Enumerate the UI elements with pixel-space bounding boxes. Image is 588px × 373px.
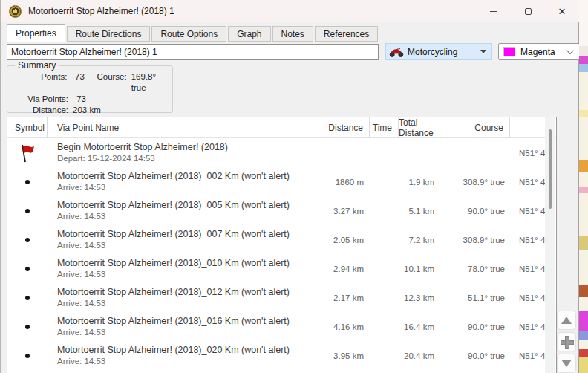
distance-value: 2.94 km: [321, 254, 370, 283]
activity-dropdown-arrow-icon: [480, 50, 486, 53]
via-point-dot-icon: [25, 180, 30, 184]
via-point-dot-icon: [25, 238, 30, 242]
via-point-subtext: Arrive: 14:53: [57, 269, 105, 279]
tab-properties[interactable]: Properties: [7, 24, 65, 42]
time-value: [370, 312, 399, 341]
course-label: Course:: [85, 71, 127, 94]
table-row[interactable]: Motortoerrit Stop Alzheimer! (2018)_005 …: [7, 196, 556, 225]
column-header-course[interactable]: Course: [460, 117, 510, 138]
course-value: 308.9° true: [460, 225, 510, 254]
total-distance-value: 10.1 km: [399, 254, 460, 283]
via-point-name: Motortoerrit Stop Alzheimer! (2018)_005 …: [57, 200, 290, 211]
tab-route-options[interactable]: Route Options: [151, 26, 226, 42]
minimize-icon: [490, 11, 497, 12]
table-row[interactable]: Motortoerrit Stop Alzheimer! (2018)_002 …: [7, 167, 556, 196]
close-button[interactable]: ✕: [545, 0, 579, 22]
via-point-subtext: Arrive: 14:53: [57, 298, 105, 308]
time-value: [370, 196, 399, 225]
via-point-subtext: Depart: 15-12-2024 14:53: [57, 153, 155, 163]
via-point-name: Motortoerrit Stop Alzheimer! (2018)_002 …: [57, 171, 290, 182]
map-color-segment: [579, 331, 588, 340]
scrollbar-thumb[interactable]: [549, 129, 552, 209]
via-point-subtext: Arrive: 14:53: [57, 182, 105, 192]
total-distance-value: 12.3 km: [399, 283, 460, 312]
time-value: [370, 283, 399, 312]
insert-button[interactable]: [557, 332, 576, 351]
distance-value: 2.17 km: [321, 283, 370, 312]
column-header-distance[interactable]: Distance: [321, 117, 370, 138]
table-row[interactable]: Motortoerrit Stop Alzheimer! (2018)_020 …: [7, 341, 556, 370]
color-dropdown-chevron-icon: [566, 47, 574, 54]
distance-value: 4.16 km: [321, 312, 370, 341]
tab-notes[interactable]: Notes: [272, 26, 313, 42]
column-header-via-point-name[interactable]: Via Point Name: [48, 117, 321, 138]
map-color-segment: [579, 187, 588, 193]
total-distance-value: 7.2 km: [399, 225, 460, 254]
total-distance-value: 5.1 km: [399, 196, 460, 225]
course-value: 169.8° true: [131, 71, 172, 94]
maximize-button[interactable]: [511, 0, 545, 22]
map-color-segment: [579, 311, 588, 331]
table-row[interactable]: Begin Motortoerrit Stop Alzheimer! (2018…: [7, 138, 556, 167]
time-value: [370, 254, 399, 283]
table-row[interactable]: Motortoerrit Stop Alzheimer! (2018)_012 …: [7, 283, 556, 312]
route-app-icon: [9, 5, 22, 18]
distance-value: 2.05 km: [321, 225, 370, 254]
motorcycle-icon: [389, 47, 404, 57]
time-value: [370, 225, 399, 254]
triangle-down-icon: [561, 360, 572, 367]
total-distance-value: 16.4 km: [399, 312, 460, 341]
column-header-time[interactable]: Time: [370, 117, 399, 138]
titlebar: Motortoerrit Stop Alzheimer! (2018) 1 ✕: [1, 0, 579, 22]
via-point-name: Motortoerrit Stop Alzheimer! (2018)_012 …: [57, 287, 290, 298]
course-value: 51.1° true: [460, 283, 510, 312]
begin-flag-icon: [19, 143, 36, 163]
time-value: [370, 167, 399, 196]
column-header-symbol[interactable]: Symbol: [7, 117, 48, 138]
map-color-segment: [579, 236, 588, 250]
via-point-subtext: Arrive: 14:53: [57, 240, 105, 250]
total-distance-value: 20.4 km: [399, 341, 460, 370]
map-color-segment: [579, 357, 588, 373]
tab-references[interactable]: References: [315, 26, 378, 42]
via-point-name: Motortoerrit Stop Alzheimer! (2018)_007 …: [57, 229, 290, 240]
move-down-button[interactable]: [557, 354, 576, 373]
course-value: 90.0° true: [460, 196, 510, 225]
total-distance-value: 1.9 km: [399, 167, 460, 196]
distance-value: 1860 m: [321, 167, 370, 196]
minimize-button[interactable]: [477, 0, 511, 22]
color-label: Magenta: [520, 47, 566, 57]
table-row[interactable]: Motortoerrit Stop Alzheimer! (2018)_007 …: [7, 225, 556, 254]
triangle-up-icon: [561, 317, 572, 324]
via-point-name: Motortoerrit Stop Alzheimer! (2018)_016 …: [57, 316, 290, 327]
table-row[interactable]: Motortoerrit Stop Alzheimer! (2018)_016 …: [7, 312, 556, 341]
time-value: [370, 138, 399, 167]
map-color-segment: [579, 349, 588, 357]
window-controls: ✕: [477, 0, 579, 22]
table-row[interactable]: Motortoerrit Stop Alzheimer! (2018)_010 …: [7, 254, 556, 283]
tab-route-directions[interactable]: Route Directions: [67, 26, 151, 42]
distance-value: [321, 138, 370, 167]
via-point-name: Motortoerrit Stop Alzheimer! (2018)_010 …: [57, 258, 290, 269]
distance-value: 3.95 km: [321, 341, 370, 370]
activity-dropdown[interactable]: Motorcycling: [385, 43, 492, 60]
distance-value: 203 km: [73, 105, 101, 116]
course-value: [460, 138, 510, 167]
map-color-segment: [579, 110, 588, 117]
color-dropdown[interactable]: Magenta: [498, 43, 580, 60]
table-vertical-scrollbar[interactable]: [545, 117, 555, 373]
via-point-dot-icon: [25, 296, 30, 300]
window-title: Motortoerrit Stop Alzheimer! (2018) 1: [28, 6, 174, 16]
tab-graph[interactable]: Graph: [228, 26, 270, 42]
move-up-button[interactable]: [557, 311, 576, 330]
route-properties-dialog: Motortoerrit Stop Alzheimer! (2018) 1 ✕ …: [0, 0, 579, 373]
route-name-input[interactable]: [7, 44, 379, 60]
summary-group-label: Summary: [15, 60, 59, 71]
via-point-subtext: Arrive: 14:53: [57, 327, 105, 337]
column-header-total-distance[interactable]: Total Distance: [399, 117, 460, 138]
via-points-value: 73: [68, 94, 86, 105]
map-color-segment: [579, 160, 588, 172]
points-value: 73: [67, 71, 85, 94]
course-value: 90.0° true: [460, 312, 510, 341]
course-value: 308.9° true: [460, 167, 510, 196]
